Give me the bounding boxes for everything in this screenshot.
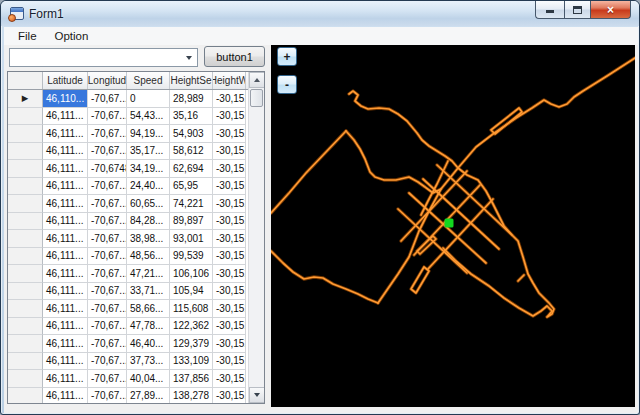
grid-cell[interactable]: 46,111... bbox=[43, 265, 88, 283]
grid-cell[interactable]: -30,151 bbox=[213, 265, 246, 283]
minimize-button[interactable] bbox=[535, 1, 564, 19]
grid-cell[interactable]: -70,67... bbox=[88, 248, 127, 266]
row-header[interactable] bbox=[8, 353, 43, 371]
column-header-latitude[interactable]: Latitude bbox=[43, 72, 88, 89]
column-header-longitude[interactable]: Longitud bbox=[88, 72, 127, 89]
grid-cell[interactable]: 46,111... bbox=[43, 160, 88, 178]
grid-cell[interactable]: 47,21... bbox=[127, 265, 170, 283]
row-header[interactable] bbox=[8, 178, 43, 196]
grid-cell[interactable]: -30,151 bbox=[213, 178, 246, 196]
row-header[interactable]: ▶ bbox=[8, 90, 43, 108]
dataset-combobox[interactable] bbox=[9, 48, 198, 67]
grid-cell[interactable]: 33,71... bbox=[127, 283, 170, 301]
grid-cell[interactable]: 58,66... bbox=[127, 300, 170, 318]
grid-cell[interactable]: 46,111... bbox=[43, 370, 88, 388]
grid-cell[interactable]: -30,151 bbox=[213, 160, 246, 178]
grid-cell[interactable]: 24,40... bbox=[127, 178, 170, 196]
row-header[interactable] bbox=[8, 283, 43, 301]
grid-cell[interactable]: -70,67... bbox=[88, 90, 127, 108]
grid-cell[interactable]: 93,001 bbox=[170, 230, 213, 248]
title-bar[interactable]: Form1 × bbox=[1, 1, 639, 26]
column-header-heightse[interactable]: HeightSe bbox=[170, 72, 213, 89]
grid-vertical-scrollbar[interactable] bbox=[248, 72, 264, 403]
grid-cell[interactable]: -30,151 bbox=[213, 300, 246, 318]
grid-cell[interactable]: -30,151 bbox=[213, 353, 246, 371]
grid-cell[interactable]: 46,40... bbox=[127, 335, 170, 353]
grid-cell[interactable]: 46,111... bbox=[43, 318, 88, 336]
grid-cell[interactable]: 37,73... bbox=[127, 353, 170, 371]
row-header[interactable] bbox=[8, 370, 43, 388]
grid-cell[interactable]: -30,151 bbox=[213, 248, 246, 266]
grid-cell[interactable]: 46,111... bbox=[43, 353, 88, 371]
grid-cell[interactable]: 47,78... bbox=[127, 318, 170, 336]
grid-cell[interactable]: -30,151 bbox=[213, 283, 246, 301]
grid-corner-header[interactable] bbox=[8, 72, 43, 89]
grid-cell[interactable]: 74,221 bbox=[170, 195, 213, 213]
grid-cell[interactable]: 28,989 bbox=[170, 90, 213, 108]
grid-cell[interactable]: -70,67... bbox=[88, 125, 127, 143]
grid-cell[interactable]: -70,67... bbox=[88, 283, 127, 301]
combobox-dropdown-button[interactable] bbox=[181, 49, 197, 66]
grid-cell[interactable]: 46,110... bbox=[43, 90, 88, 108]
column-header-speed[interactable]: Speed bbox=[127, 72, 170, 89]
grid-cell[interactable]: 35,16 bbox=[170, 108, 213, 126]
grid-cell[interactable]: 137,856 bbox=[170, 370, 213, 388]
grid-cell[interactable]: -70,67... bbox=[88, 265, 127, 283]
grid-cell[interactable]: 38,98... bbox=[127, 230, 170, 248]
grid-cell[interactable]: 54,903 bbox=[170, 125, 213, 143]
grid-cell[interactable]: 46,111... bbox=[43, 283, 88, 301]
map-zoom-in-button[interactable]: + bbox=[277, 47, 297, 66]
grid-cell[interactable]: -70,67... bbox=[88, 318, 127, 336]
maximize-button[interactable] bbox=[564, 1, 591, 19]
row-header[interactable] bbox=[8, 335, 43, 353]
grid-cell[interactable]: 46,111... bbox=[43, 108, 88, 126]
row-header[interactable] bbox=[8, 213, 43, 231]
grid-cell[interactable]: 106,106 bbox=[170, 265, 213, 283]
grid-cell[interactable]: 138,278 bbox=[170, 388, 213, 405]
grid-cell[interactable]: -30,151 bbox=[213, 388, 246, 405]
grid-cell[interactable]: -70,67... bbox=[88, 335, 127, 353]
grid-cell[interactable]: -30,151 bbox=[213, 213, 246, 231]
grid-cell[interactable]: -30,151 bbox=[213, 108, 246, 126]
grid-cell[interactable]: 27,89... bbox=[127, 388, 170, 405]
grid-cell[interactable]: 60,65... bbox=[127, 195, 170, 213]
row-header[interactable] bbox=[8, 108, 43, 126]
grid-cell[interactable]: 94,19... bbox=[127, 125, 170, 143]
grid-cell[interactable]: -30,151 bbox=[213, 318, 246, 336]
grid-cell[interactable]: 46,111... bbox=[43, 388, 88, 405]
menu-item-option[interactable]: Option bbox=[46, 29, 98, 43]
grid-cell[interactable]: 62,694 bbox=[170, 160, 213, 178]
row-header[interactable] bbox=[8, 318, 43, 336]
grid-cell[interactable]: -70,67... bbox=[88, 370, 127, 388]
grid-cell[interactable]: -30,151 bbox=[213, 195, 246, 213]
grid-cell[interactable]: -30,151 bbox=[213, 230, 246, 248]
grid-cell[interactable]: -30,151 bbox=[213, 90, 246, 108]
grid-cell[interactable]: -70,67... bbox=[88, 353, 127, 371]
grid-cell[interactable]: 0 bbox=[127, 90, 170, 108]
grid-cell[interactable]: 89,897 bbox=[170, 213, 213, 231]
grid-cell[interactable]: -70,67... bbox=[88, 300, 127, 318]
row-header[interactable] bbox=[8, 125, 43, 143]
grid-cell[interactable]: -70,6748 bbox=[88, 160, 127, 178]
grid-cell[interactable]: 58,612 bbox=[170, 143, 213, 161]
menu-item-file[interactable]: File bbox=[9, 29, 46, 43]
grid-cell[interactable]: 133,109 bbox=[170, 353, 213, 371]
map-panel[interactable]: + - bbox=[271, 45, 635, 407]
grid-cell[interactable]: 46,111... bbox=[43, 213, 88, 231]
grid-cell[interactable]: 84,28... bbox=[127, 213, 170, 231]
grid-cell[interactable]: 54,43... bbox=[127, 108, 170, 126]
grid-cell[interactable]: 129,379 bbox=[170, 335, 213, 353]
grid-cell[interactable]: 46,111... bbox=[43, 335, 88, 353]
grid-cell[interactable]: 115,608 bbox=[170, 300, 213, 318]
close-button[interactable]: × bbox=[591, 1, 631, 19]
grid-cell[interactable]: 46,111... bbox=[43, 300, 88, 318]
row-header[interactable] bbox=[8, 265, 43, 283]
map-zoom-out-button[interactable]: - bbox=[277, 75, 297, 94]
grid-cell[interactable]: -30,151 bbox=[213, 125, 246, 143]
grid-cell[interactable]: -30,151 bbox=[213, 370, 246, 388]
grid-cell[interactable]: 34,19... bbox=[127, 160, 170, 178]
grid-cell[interactable]: -70,67... bbox=[88, 195, 127, 213]
grid-cell[interactable]: 46,111... bbox=[43, 143, 88, 161]
row-header[interactable] bbox=[8, 230, 43, 248]
row-header[interactable] bbox=[8, 143, 43, 161]
